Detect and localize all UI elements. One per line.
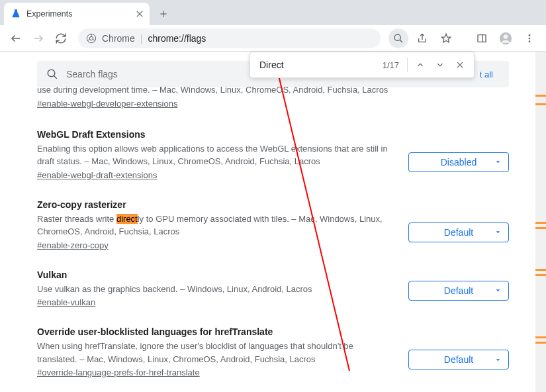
tab-strip: Experiments xyxy=(0,0,546,25)
profile-button[interactable] xyxy=(496,28,516,48)
find-in-page-bar: 1/17 xyxy=(250,52,475,78)
svg-marker-27 xyxy=(496,161,500,163)
flag-value: Default xyxy=(444,227,473,238)
svg-marker-29 xyxy=(496,289,500,291)
find-tick xyxy=(535,336,546,338)
flag-link[interactable]: #override-language-prefs-for-href-transl… xyxy=(37,368,200,377)
flag-description: Raster threads write directly to GPU mem… xyxy=(37,213,395,238)
svg-rect-18 xyxy=(478,34,486,42)
flag-description: When using hrefTranslate, ignore the use… xyxy=(37,340,395,366)
find-close-button[interactable] xyxy=(450,55,470,75)
svg-point-21 xyxy=(504,34,508,39)
svg-line-16 xyxy=(400,40,402,42)
browser-toolbar: Chrome | chrome://flags xyxy=(0,25,546,52)
svg-marker-30 xyxy=(496,359,500,361)
svg-marker-17 xyxy=(441,34,450,42)
svg-line-26 xyxy=(54,75,57,79)
find-tick xyxy=(535,269,546,271)
find-tick xyxy=(535,342,546,344)
flag-value: Disabled xyxy=(441,157,477,168)
omnibox-url: chrome://flags xyxy=(148,33,206,44)
flag-title: Zero-copy rasterizer xyxy=(37,199,395,210)
side-panel-button[interactable] xyxy=(472,28,492,48)
close-icon[interactable] xyxy=(136,11,143,17)
omnibox-prefix: Chrome xyxy=(102,33,135,44)
scrollbar[interactable] xyxy=(535,52,546,392)
flag-title: WebGL Draft Extensions xyxy=(37,129,395,140)
forward-button[interactable] xyxy=(29,29,48,48)
divider xyxy=(407,58,408,72)
flag-link[interactable]: #enable-webgl-draft-extensions xyxy=(37,170,157,180)
zoom-button[interactable] xyxy=(388,28,408,48)
flag-item: Override user-blocklisted languages for … xyxy=(37,308,509,378)
bookmark-button[interactable] xyxy=(436,28,456,48)
find-tick xyxy=(535,274,546,276)
flag-item: Vulkan Use vulkan as the graphics backen… xyxy=(37,251,509,309)
svg-point-23 xyxy=(529,37,531,39)
share-button[interactable] xyxy=(412,28,432,48)
find-next-button[interactable] xyxy=(430,55,450,75)
flag-item: Zero-copy rasterizer Raster threads writ… xyxy=(37,181,509,251)
flag-dropdown[interactable]: Default xyxy=(408,281,509,301)
reload-button[interactable] xyxy=(52,29,70,48)
back-button[interactable] xyxy=(7,29,25,48)
flag-description: Use vulkan as the graphics backend. – Wi… xyxy=(37,283,395,296)
chevron-down-icon xyxy=(494,287,502,294)
svg-point-24 xyxy=(529,40,531,42)
search-highlight: direct xyxy=(116,214,138,224)
address-bar[interactable]: Chrome | chrome://flags xyxy=(78,28,381,48)
omnibox-separator: | xyxy=(140,33,143,44)
flag-dropdown[interactable]: Disabled xyxy=(408,152,509,172)
flag-dropdown[interactable]: Default xyxy=(408,350,509,369)
find-prev-button[interactable] xyxy=(410,55,430,75)
find-input[interactable] xyxy=(259,60,383,70)
svg-point-22 xyxy=(529,34,531,36)
flag-link[interactable]: #enable-vulkan xyxy=(37,297,95,307)
flag-description: Enabling this option allows web applicat… xyxy=(37,142,395,168)
menu-button[interactable] xyxy=(520,28,539,48)
svg-marker-28 xyxy=(496,231,500,233)
svg-point-15 xyxy=(394,34,400,40)
flag-value: Default xyxy=(444,354,473,365)
chevron-down-icon xyxy=(494,356,502,364)
flag-item: use during development time. – Mac, Wind… xyxy=(37,87,509,109)
flag-value: Default xyxy=(444,285,473,296)
flag-dropdown[interactable]: Default xyxy=(408,222,509,242)
chevron-down-icon xyxy=(494,228,502,236)
reset-all-button[interactable]: t all xyxy=(473,70,500,79)
chevron-down-icon xyxy=(494,158,502,166)
svg-point-11 xyxy=(89,36,93,40)
find-tick xyxy=(535,222,546,224)
page-content: t all use during development time. – Mac… xyxy=(0,52,546,384)
flag-title: Vulkan xyxy=(37,270,395,280)
flag-title: Override user-blocklisted languages for … xyxy=(37,326,395,337)
find-tick xyxy=(535,95,546,97)
flag-item: WebGL Draft Extensions Enabling this opt… xyxy=(37,109,509,181)
chrome-logo-icon xyxy=(86,33,97,44)
flag-link[interactable]: #enable-webgl-developer-extensions xyxy=(37,99,177,109)
tab-experiments[interactable]: Experiments xyxy=(4,3,150,25)
flag-link[interactable]: #enable-zero-copy xyxy=(37,240,109,250)
find-tick xyxy=(535,227,546,229)
new-tab-button[interactable] xyxy=(154,4,173,24)
flag-description: use during development time. – Mac, Wind… xyxy=(37,83,395,97)
svg-point-25 xyxy=(48,70,55,77)
tab-title: Experiments xyxy=(26,9,131,19)
svg-line-14 xyxy=(93,39,95,40)
find-count: 1/17 xyxy=(383,60,399,70)
find-tick xyxy=(535,103,546,105)
svg-line-13 xyxy=(87,39,90,40)
flask-icon xyxy=(11,9,21,19)
search-icon xyxy=(46,68,58,80)
